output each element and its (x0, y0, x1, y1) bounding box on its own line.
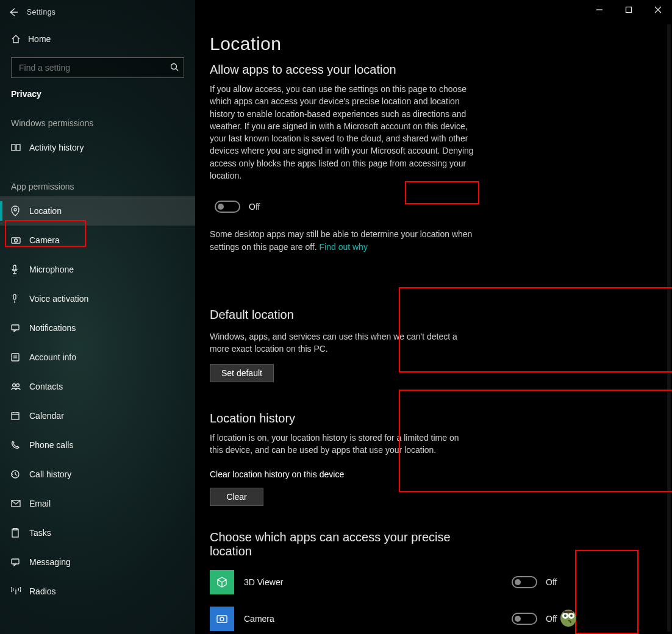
allow-body: If you allow access, you can use the set… (210, 83, 474, 182)
svg-rect-25 (626, 7, 632, 13)
app-label: Camera (244, 614, 502, 624)
sidebar-item-label: Call history (29, 469, 71, 479)
sidebar-item-phone-calls[interactable]: Phone calls (0, 430, 195, 460)
voice-activation-icon (11, 294, 29, 304)
phone-calls-icon (11, 441, 29, 449)
clear-history-button[interactable]: Clear (210, 488, 263, 506)
search-input[interactable] (19, 63, 170, 73)
scrollbar[interactable] (667, 24, 671, 632)
contacts-icon (11, 382, 29, 391)
sidebar-item-contacts[interactable]: Contacts (0, 372, 195, 401)
sidebar-item-microphone[interactable]: Microphone (0, 255, 195, 284)
sidebar-item-radios[interactable]: Radios (0, 577, 195, 606)
svg-point-13 (16, 384, 20, 387)
assistant-avatar (556, 602, 581, 629)
camera-app-icon (210, 607, 234, 631)
allow-heading: Allow apps to access your location (210, 63, 672, 77)
sidebar-item-label: Account info (29, 352, 76, 362)
allow-toggle-state: Off (249, 202, 260, 212)
sidebar-item-account-info[interactable]: Account info (0, 343, 195, 372)
sidebar-item-label: Tasks (29, 528, 51, 538)
sidebar-item-label: Contacts (29, 382, 63, 391)
find-out-why-link[interactable]: Find out why (320, 242, 368, 252)
svg-rect-2 (16, 144, 20, 151)
window-title: Settings (27, 8, 55, 16)
svg-point-27 (220, 618, 224, 621)
call-history-icon (11, 470, 29, 479)
home-icon (11, 34, 28, 44)
allow-access-toggle[interactable] (215, 201, 240, 213)
group-windows-permissions: Windows permissions (0, 112, 195, 133)
sidebar-item-tasks[interactable]: Tasks (0, 518, 195, 547)
app-toggle-3d-viewer[interactable] (512, 576, 537, 588)
svg-rect-26 (217, 616, 227, 622)
choose-apps-heading: Choose which apps can access your precis… (210, 530, 454, 558)
app-row-camera: Camera Off (210, 602, 563, 634)
calendar-icon (11, 411, 29, 420)
app-toggle-state: Off (546, 614, 557, 624)
sidebar-item-label: Camera (29, 235, 60, 245)
sidebar-item-label: Location (29, 206, 62, 216)
highlight-allow-toggle (405, 181, 479, 204)
window-controls (590, 2, 667, 17)
svg-rect-22 (12, 559, 19, 564)
set-default-button[interactable]: Set default (210, 364, 274, 382)
svg-point-31 (564, 614, 567, 617)
maximize-button[interactable] (620, 2, 638, 17)
sidebar-item-camera[interactable]: Camera (0, 226, 195, 255)
breadcrumb: Privacy (0, 87, 195, 112)
sidebar-home[interactable]: Home (0, 27, 195, 51)
svg-point-12 (13, 384, 16, 387)
sidebar-item-email[interactable]: Email (0, 489, 195, 518)
sidebar-item-label: Activity history (29, 143, 84, 152)
sidebar-item-label: Voice activation (29, 294, 88, 304)
notifications-icon (11, 324, 29, 332)
sidebar-item-calendar[interactable]: Calendar (0, 401, 195, 430)
app-row-3d-viewer: 3D Viewer Off (210, 566, 563, 599)
main-panel: Location Allow apps to access your locat… (195, 0, 672, 634)
svg-rect-1 (12, 144, 15, 151)
sidebar: Settings Home Privacy Windows permission… (0, 0, 195, 634)
sidebar-item-label: Messaging (29, 557, 71, 567)
svg-rect-6 (13, 265, 16, 270)
svg-point-0 (171, 63, 177, 69)
email-icon (11, 500, 29, 507)
sidebar-item-voice-activation[interactable]: Voice activation (0, 284, 195, 313)
back-button[interactable] (0, 0, 27, 24)
microphone-icon (11, 265, 29, 274)
search-icon (170, 63, 179, 73)
sidebar-item-location[interactable]: Location (0, 196, 195, 226)
allow-note: Some desktop apps may still be able to d… (210, 228, 474, 253)
app-toggle-camera[interactable] (512, 613, 537, 625)
location-history-heading: Location history (210, 411, 481, 426)
location-history-body: If location is on, your location history… (210, 432, 474, 457)
svg-rect-33 (563, 611, 573, 613)
svg-point-5 (15, 239, 18, 242)
sidebar-item-messaging[interactable]: Messaging (0, 547, 195, 577)
app-toggle-state: Off (546, 577, 557, 587)
close-button[interactable] (649, 2, 667, 17)
svg-rect-7 (13, 294, 16, 299)
activity-history-icon (11, 144, 29, 151)
sidebar-item-label: Phone calls (29, 440, 73, 450)
page-title: Location (210, 34, 672, 54)
minimize-button[interactable] (590, 2, 609, 17)
default-location-heading: Default location (210, 308, 481, 322)
search-bar[interactable] (11, 57, 184, 78)
sidebar-item-label: Radios (29, 586, 56, 596)
sidebar-item-label: Calendar (29, 411, 64, 421)
group-app-permissions: App permissions (0, 176, 195, 196)
allow-toggle-row: Off (210, 195, 283, 218)
sidebar-home-label: Home (28, 34, 51, 44)
sidebar-item-notifications[interactable]: Notifications (0, 313, 195, 343)
tasks-icon (11, 528, 29, 538)
account-info-icon (11, 353, 29, 362)
sidebar-item-label: Email (29, 499, 51, 508)
3d-viewer-icon (210, 570, 234, 594)
app-label: 3D Viewer (244, 577, 502, 587)
sidebar-item-label: Notifications (29, 323, 76, 333)
sidebar-item-activity-history[interactable]: Activity history (0, 133, 195, 162)
svg-point-32 (570, 614, 573, 617)
camera-icon (11, 237, 29, 244)
sidebar-item-call-history[interactable]: Call history (0, 460, 195, 489)
